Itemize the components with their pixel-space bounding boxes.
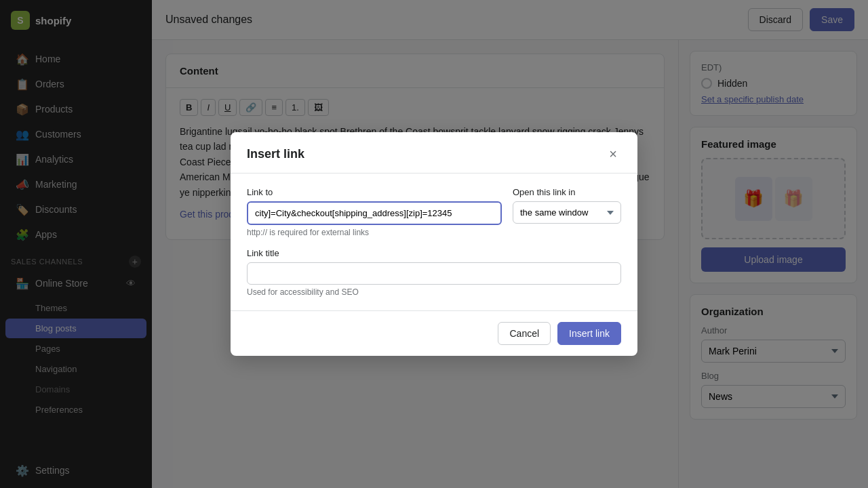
link-hint-text: http:// is required for external links (247, 228, 502, 237)
link-title-input[interactable] (247, 262, 621, 285)
modal-body: Link to http:// is required for external… (231, 174, 637, 310)
link-to-group: Link to http:// is required for external… (247, 187, 502, 237)
open-in-select[interactable]: the same window a new window (513, 201, 621, 224)
open-in-group: Open this link in the same window a new … (513, 187, 621, 237)
link-title-hint: Used for accessibility and SEO (247, 287, 621, 297)
link-form-row: Link to http:// is required for external… (247, 187, 621, 237)
modal-close-button[interactable]: × (605, 146, 621, 162)
modal-header: Insert link × (231, 132, 637, 174)
open-in-label: Open this link in (513, 187, 621, 197)
link-title-label: Link title (247, 248, 621, 258)
modal-overlay[interactable]: Insert link × Link to http:// is require… (0, 0, 868, 488)
link-to-input[interactable] (247, 201, 502, 225)
insert-link-button[interactable]: Insert link (557, 322, 621, 345)
link-to-label: Link to (247, 187, 502, 197)
modal-footer: Cancel Insert link (231, 310, 637, 356)
cancel-button[interactable]: Cancel (498, 322, 551, 345)
insert-link-modal: Insert link × Link to http:// is require… (231, 132, 637, 356)
link-title-group: Link title Used for accessibility and SE… (247, 248, 621, 297)
modal-title: Insert link (247, 147, 304, 161)
